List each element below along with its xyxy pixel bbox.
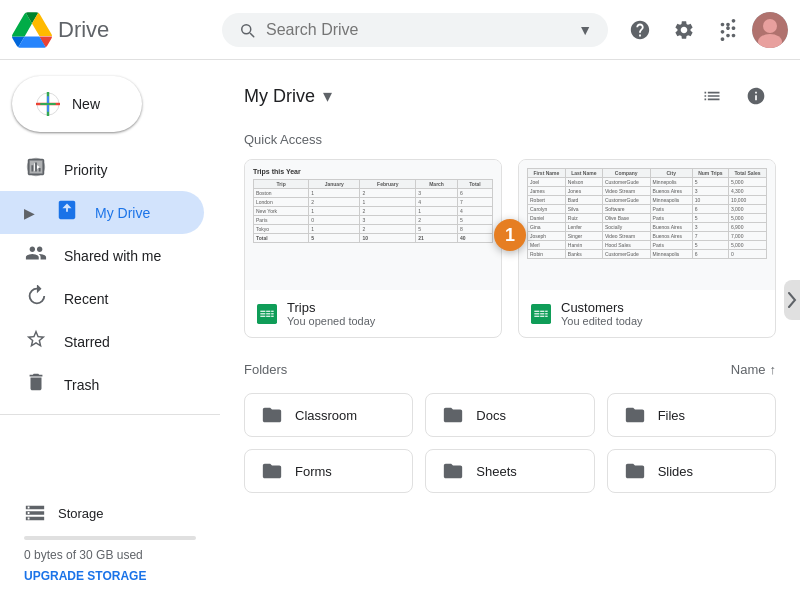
storage-label: Storage [24, 494, 196, 532]
sidebar-item-my-drive[interactable]: ▶ My Drive [0, 191, 204, 234]
list-view-button[interactable] [692, 76, 732, 116]
svg-rect-9 [260, 310, 265, 311]
folders-grid: Classroom Docs Files Forms Sheets Slides [220, 385, 800, 509]
svg-rect-26 [545, 313, 548, 314]
logo-area: Drive [12, 12, 222, 48]
file-card-trips[interactable]: Trips this Year TripJanuaryFebruaryMarch… [244, 159, 502, 338]
storage-title: Storage [58, 506, 104, 521]
search-icon [238, 21, 256, 39]
folder-icon-slides [624, 460, 646, 482]
trash-icon [24, 371, 48, 398]
customers-file-name: Customers [561, 300, 643, 315]
trips-file-text: Trips You opened today [287, 300, 375, 327]
help-icon [629, 19, 651, 41]
folder-icon-files [624, 404, 646, 426]
quick-access-grid: Trips this Year TripJanuaryFebruaryMarch… [220, 159, 800, 354]
svg-rect-22 [540, 310, 544, 311]
shared-icon [24, 242, 48, 269]
trips-file-info: Trips You opened today [245, 290, 501, 337]
sidebar-item-shared[interactable]: Shared with me [0, 234, 204, 277]
page-title: My Drive [244, 86, 315, 107]
avatar[interactable] [752, 12, 788, 48]
grid-icon [717, 19, 739, 41]
gear-icon [673, 19, 695, 41]
sidebar-item-priority[interactable]: Priority [0, 148, 204, 191]
svg-rect-24 [540, 315, 544, 316]
folder-icon-sheets [442, 460, 464, 482]
folder-name-sheets: Sheets [476, 464, 516, 479]
scroll-handle[interactable] [784, 280, 800, 320]
title-dropdown-icon[interactable]: ▾ [323, 85, 332, 107]
storage-icon [24, 502, 46, 524]
svg-rect-13 [266, 313, 270, 314]
sidebar-label-starred: Starred [64, 334, 110, 350]
info-icon [746, 86, 766, 106]
folder-sheets[interactable]: Sheets [425, 449, 594, 493]
storage-section: Storage 0 bytes of 30 GB used UPGRADE ST… [0, 486, 220, 592]
sidebar: New Priority ▶ My Drive Shared with me [0, 60, 220, 600]
folder-name-forms: Forms [295, 464, 332, 479]
list-icon [702, 86, 722, 106]
search-input[interactable] [266, 21, 568, 39]
folder-files[interactable]: Files [607, 393, 776, 437]
trips-preview: Trips this Year TripJanuaryFebruaryMarch… [245, 160, 501, 290]
svg-rect-20 [534, 313, 539, 314]
storage-used-text: 0 bytes of 30 GB used [24, 548, 196, 562]
folder-name-docs: Docs [476, 408, 506, 423]
sort-label: Name [731, 362, 766, 377]
folder-docs[interactable]: Docs [425, 393, 594, 437]
svg-rect-15 [271, 310, 274, 311]
svg-point-1 [763, 19, 777, 33]
svg-rect-16 [271, 313, 274, 314]
folder-name-files: Files [658, 408, 685, 423]
sidebar-label-shared: Shared with me [64, 248, 161, 264]
svg-rect-17 [271, 315, 274, 316]
avatar-image [752, 12, 788, 48]
svg-rect-21 [534, 315, 539, 316]
tour-badge[interactable]: 1 [494, 219, 526, 251]
plus-icon [36, 92, 60, 116]
chevron-right-icon [787, 292, 797, 308]
folder-slides[interactable]: Slides [607, 449, 776, 493]
customers-spreadsheet: First NameLast NameCompanyCityNum TripsT… [527, 168, 767, 259]
folder-classroom[interactable]: Classroom [244, 393, 413, 437]
settings-button[interactable] [664, 10, 704, 50]
info-button[interactable] [736, 76, 776, 116]
svg-rect-7 [40, 103, 56, 105]
storage-bar [24, 536, 196, 540]
svg-rect-14 [266, 315, 270, 316]
sheets-icon-customers [531, 304, 551, 324]
search-bar[interactable]: ▼ [222, 13, 608, 47]
svg-rect-27 [545, 315, 548, 316]
svg-rect-25 [545, 310, 548, 311]
header-icons [608, 10, 788, 50]
customers-file-info: Customers You edited today [519, 290, 775, 337]
sheets-icon-trips [257, 304, 277, 324]
my-drive-icon [55, 199, 79, 226]
file-card-customers[interactable]: First NameLast NameCompanyCityNum TripsT… [518, 159, 776, 338]
sidebar-label-trash: Trash [64, 377, 99, 393]
sidebar-label-priority: Priority [64, 162, 108, 178]
folders-header: Folders Name ↑ [220, 354, 800, 385]
new-button[interactable]: New [12, 76, 142, 132]
sidebar-item-starred[interactable]: Starred [0, 320, 204, 363]
svg-rect-10 [260, 313, 265, 314]
customers-file-text: Customers You edited today [561, 300, 643, 327]
content-header: My Drive ▾ [220, 60, 800, 124]
customers-preview: First NameLast NameCompanyCityNum TripsT… [519, 160, 775, 290]
help-button[interactable] [620, 10, 660, 50]
sidebar-item-trash[interactable]: Trash [0, 363, 204, 406]
logo-text: Drive [58, 17, 109, 43]
trips-file-meta: You opened today [287, 315, 375, 327]
priority-icon [24, 156, 48, 183]
folder-icon-forms [261, 460, 283, 482]
sort-button[interactable]: Name ↑ [731, 362, 776, 377]
folder-forms[interactable]: Forms [244, 449, 413, 493]
search-dropdown-icon[interactable]: ▼ [578, 22, 592, 38]
starred-icon [24, 328, 48, 355]
apps-button[interactable] [708, 10, 748, 50]
content-title-area: My Drive ▾ [244, 85, 332, 107]
sidebar-divider [0, 414, 220, 415]
upgrade-storage-link[interactable]: UPGRADE STORAGE [24, 569, 146, 583]
sidebar-item-recent[interactable]: Recent [0, 277, 204, 320]
